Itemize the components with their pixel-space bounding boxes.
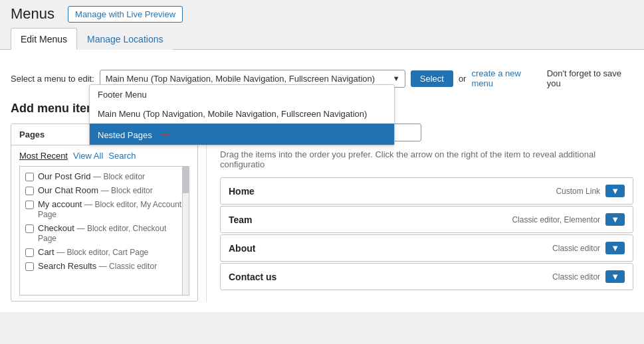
menu-item-home: Home Custom Link ▼ (220, 177, 633, 205)
list-item: Our Post Grid — Block editor (20, 169, 189, 183)
dropdown-item-nested-pages[interactable]: Nested Pages ← (90, 124, 394, 145)
subtab-most-recent[interactable]: Most Recent (19, 151, 68, 161)
page-wrap: Menus Manage with Live Preview Edit Menu… (0, 0, 644, 344)
scrollbar-thumb[interactable] (182, 167, 189, 193)
menu-dropdown: Footer Menu Main Menu (Top Navigation, M… (89, 84, 395, 145)
menu-item-contact: Contact us Classic editor ▼ (220, 263, 633, 290)
arrow-indicator-icon: ← (160, 128, 171, 140)
page-checkbox-our-post-grid[interactable] (25, 173, 34, 181)
scrollbar-track (182, 167, 189, 295)
main-content: Select a menu to edit: Main Menu (Top Na… (0, 50, 644, 312)
or-text: or (459, 74, 467, 84)
subtab-view-all[interactable]: View All (73, 151, 103, 161)
expand-button-team[interactable]: ▼ (605, 213, 625, 226)
menu-item-about: About Classic editor ▼ (220, 234, 633, 262)
expand-button-about[interactable]: ▼ (605, 242, 625, 254)
list-item: Checkout — Block editor, Checkout Page (20, 221, 189, 245)
tab-manage-locations[interactable]: Manage Locations (77, 28, 173, 50)
subtabs: Most Recent View All Search (19, 151, 189, 161)
create-new-menu-link[interactable]: create a new menu (471, 68, 541, 88)
page-label: Search Results — Classic editor (38, 261, 157, 271)
list-item: Search Results — Classic editor (20, 259, 189, 273)
menu-item-right-contact: Classic editor ▼ (552, 270, 625, 283)
list-item: Our Chat Room — Block editor (20, 183, 189, 197)
menu-item-type-team: Classic editor, Elementor (512, 215, 600, 224)
menu-item-type-contact: Classic editor (552, 272, 600, 282)
dropdown-item-footer-menu[interactable]: Footer Menu (90, 85, 394, 104)
expand-button-home[interactable]: ▼ (605, 185, 625, 197)
page-checkbox-checkout[interactable] (25, 224, 34, 233)
accordion-body-pages: Most Recent View All Search Our Post Gri… (11, 145, 197, 301)
page-checkbox-cart[interactable] (25, 248, 34, 257)
dropdown-item-main-menu[interactable]: Main Menu (Top Navigation, Mobile Naviga… (90, 104, 394, 124)
page-label: My account — Block editor, My Account Pa… (38, 199, 183, 219)
menu-item-label-team: Team (229, 215, 253, 225)
menu-item-label-about: About (229, 243, 255, 254)
menu-item-team: Team Classic editor, Elementor ▼ (220, 206, 633, 233)
menu-item-type-about: Classic editor (552, 244, 600, 253)
accordion-title-pages: Pages (19, 129, 45, 139)
live-preview-button[interactable]: Manage with Live Preview (68, 6, 183, 23)
select-button[interactable]: Select (411, 70, 453, 87)
page-title: Menus (11, 5, 54, 23)
list-item: My account — Block editor, My Account Pa… (20, 197, 189, 221)
page-checkbox-my-account[interactable] (25, 201, 34, 209)
tabs-bar: Edit Menus Manage Locations (0, 28, 644, 50)
expand-button-contact[interactable]: ▼ (605, 270, 625, 283)
page-label: Cart — Block editor, Cart Page (38, 247, 148, 257)
list-item: Cart — Block editor, Cart Page (20, 245, 189, 259)
page-label: Our Chat Room — Block editor (38, 185, 153, 195)
page-label: Checkout — Block editor, Checkout Page (38, 223, 183, 243)
pages-accordion: Pages ▲ Most Recent View All Search O (11, 124, 198, 301)
drag-instructions: Drag the items into the order you prefer… (220, 149, 633, 169)
menu-item-right-about: Classic editor ▼ (552, 242, 625, 254)
select-menu-label: Select a menu to edit: (11, 74, 94, 84)
menu-item-type-home: Custom Link (556, 187, 600, 196)
menu-item-right-team: Classic editor, Elementor ▼ (512, 213, 625, 226)
page-checkbox-search-results[interactable] (25, 262, 34, 271)
menu-item-right-home: Custom Link ▼ (556, 185, 625, 197)
tab-edit-menus[interactable]: Edit Menus (11, 28, 77, 50)
subtab-search[interactable]: Search (108, 151, 136, 161)
pages-list: Our Post Grid — Block editor Our Chat Ro… (19, 166, 189, 296)
menu-item-label-home: Home (229, 186, 255, 197)
menu-item-label-contact: Contact us (229, 272, 276, 282)
page-label: Our Post Grid — Block editor (38, 171, 145, 181)
page-checkbox-our-chat-room[interactable] (25, 187, 34, 195)
dont-forget-text: Don't forget to save you (547, 68, 633, 88)
header: Menus Manage with Live Preview (0, 0, 644, 28)
